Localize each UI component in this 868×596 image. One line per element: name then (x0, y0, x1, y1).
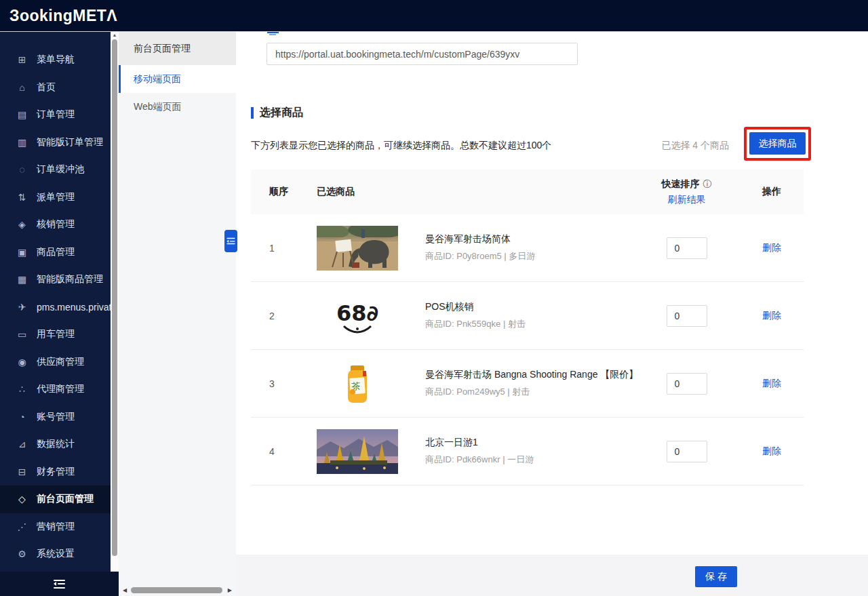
delete-link[interactable]: 删除 (762, 242, 781, 253)
product-meta: 商品ID: Pom249wy5 | 射击 (425, 386, 627, 398)
sidebar-item-menu-nav[interactable]: ⊞菜单导航 (0, 46, 111, 74)
account-icon: ◔ (16, 412, 28, 422)
product-name: 曼谷海军射击场简体 (425, 233, 535, 245)
sidebar-item-marketing-mgmt[interactable]: ⋰营销管理 (0, 513, 111, 541)
selection-description: 下方列表显示您已选择的商品，可继续选择商品。总数不建议超过100个 (251, 140, 551, 152)
product-bag-icon: ▣ (16, 247, 28, 258)
col-header-order: 顺序 (251, 186, 317, 198)
submenu-horizontal-scrollbar[interactable]: ◀ ▶ (120, 586, 235, 595)
main-content: 选择商品 下方列表显示您已选择的商品，可继续选择商品。总数不建议超过100个 已… (236, 32, 868, 596)
home-icon: ⌂ (16, 82, 28, 93)
submenu-item-mobile-page[interactable]: 移动端页面 (119, 65, 236, 93)
stats-chart-icon: ⊿ (16, 439, 28, 450)
sidebar-scrollbar-thumb[interactable] (112, 39, 117, 556)
row-order: 4 (251, 446, 317, 457)
sidebar-item-label: 系统设置 (37, 548, 75, 560)
product-image-thai-temple (317, 429, 398, 474)
sidebar-item-label: 账号管理 (37, 411, 75, 423)
select-products-button[interactable]: 选择商品 (749, 132, 806, 155)
section-title-bar (251, 107, 254, 119)
buffer-pool-icon: ◌ (16, 164, 28, 175)
product-meta: 商品ID: P0y8roem5 | 多日游 (425, 250, 535, 262)
car-icon: ▭ (16, 329, 28, 340)
sidebar-item-label: 订单缓冲池 (37, 163, 84, 176)
info-icon[interactable]: ⓘ (703, 178, 712, 191)
sidebar-item-private-tour[interactable]: ✈pms.menus.private-t (0, 294, 111, 321)
frontend-page-icon: ◇ (16, 494, 28, 504)
product-image-686-logo: 68∂ (317, 294, 398, 338)
sidebar-scrollbar[interactable]: ▲ (111, 32, 119, 572)
sidebar-item-label: 数据统计 (37, 438, 75, 450)
sort-order-input[interactable] (667, 441, 707, 462)
sidebar-item-dispatch-mgmt[interactable]: ⇅派单管理 (0, 184, 111, 212)
custom-page-url-input[interactable] (267, 43, 578, 65)
sort-order-input[interactable] (667, 373, 707, 395)
sidebar-item-order-buffer-pool[interactable]: ◌订单缓冲池 (0, 156, 111, 184)
delete-link[interactable]: 删除 (762, 378, 781, 389)
scroll-left-arrow[interactable]: ◀ (123, 587, 127, 593)
finance-icon: ⊟ (16, 466, 28, 477)
sidebar-item-label: 供应商管理 (37, 356, 84, 368)
sidebar-item-account-mgmt[interactable]: ◔账号管理 (0, 403, 111, 431)
sidebar-item-frontend-page-mgmt[interactable]: ◇前台页面管理 (0, 485, 111, 513)
smart-order-doc-icon: ▥ (16, 137, 28, 148)
table-row: 1 (251, 214, 804, 282)
sidebar-item-system-settings[interactable]: ⚙系统设置 (0, 540, 111, 568)
sidebar-item-label: 代理商管理 (37, 383, 84, 395)
sidebar-item-label: 订单管理 (37, 108, 75, 121)
submenu-scrollbar-thumb[interactable] (131, 587, 222, 593)
footer-bar: 保 存 (236, 555, 868, 596)
menu-fold-icon (54, 580, 65, 589)
sort-order-input[interactable] (667, 305, 707, 327)
scroll-right-arrow[interactable]: ▶ (228, 587, 232, 593)
submenu-item-web-page[interactable]: Web端页面 (119, 93, 236, 121)
sidebar-item-verification-mgmt[interactable]: ◈核销管理 (0, 211, 111, 239)
settings-gear-icon: ⚙ (16, 549, 28, 559)
sidebar-item-smart-product-mgmt[interactable]: ▦智能版商品管理 (0, 266, 111, 294)
sidebar-item-label: 前台页面管理 (37, 493, 94, 505)
table-row: 3 茶 曼谷海军射击场 Bang (251, 350, 804, 418)
sidebar-collapse-bar[interactable] (0, 572, 119, 596)
secondary-sidebar: 前台页面管理 移动端页面 Web端页面 ◀ ▶ (119, 32, 236, 596)
sort-order-input[interactable] (667, 237, 707, 259)
save-button[interactable]: 保 存 (695, 566, 737, 587)
col-header-sort-label: 快速排序 (662, 178, 700, 191)
sidebar-item-home[interactable]: ⌂首页 (0, 74, 111, 102)
product-meta: 商品ID: Pdk66wnkr | 一日游 (425, 454, 534, 466)
dispatch-icon: ⇅ (16, 192, 28, 203)
refresh-results-link[interactable]: 刷新结果 (668, 194, 706, 206)
sidebar-item-label: 菜单导航 (37, 54, 75, 66)
sidebar-menu: ⊞菜单导航 ⌂首页 ▤订单管理 ▥智能版订单管理 ◌订单缓冲池 ⇅派单管理 ◈核… (0, 32, 111, 568)
sidebar-item-label: 派单管理 (37, 191, 75, 203)
delete-link[interactable]: 删除 (762, 445, 781, 456)
sidebar-item-finance-mgmt[interactable]: ⊟财务管理 (0, 458, 111, 486)
row-order: 3 (251, 378, 317, 389)
selected-count-text: 已选择 4 个商品 (661, 140, 729, 152)
sidebar-item-label: 首页 (37, 81, 56, 94)
sidebar-item-label: 智能版订单管理 (37, 136, 103, 148)
grid-icon: ⊞ (16, 54, 28, 65)
order-doc-icon: ▤ (16, 109, 28, 120)
sidebar-item-label: 商品管理 (37, 246, 75, 258)
smart-product-bag-icon: ▦ (16, 274, 28, 285)
sidebar-item-label: 用车管理 (37, 328, 75, 340)
sidebar-item-supplier-mgmt[interactable]: ◉供应商管理 (0, 349, 111, 376)
sidebar-item-smart-order-mgmt[interactable]: ▥智能版订单管理 (0, 129, 111, 157)
col-header-action: 操作 (746, 186, 804, 198)
scroll-up-arrow[interactable]: ▲ (111, 33, 119, 37)
sidebar-item-agent-mgmt[interactable]: ∴代理商管理 (0, 376, 111, 403)
table-row: 2 68∂ POS机核销 商品ID: Pnk559qke | 射击 (251, 282, 804, 350)
sidebar-item-data-stats[interactable]: ⊿数据统计 (0, 431, 111, 458)
sidebar-item-vehicle-mgmt[interactable]: ▭用车管理 (0, 321, 111, 349)
submenu-title: 前台页面管理 (119, 32, 236, 65)
sidebar-item-label: 财务管理 (37, 466, 75, 478)
private-tour-icon: ✈ (16, 302, 28, 313)
panel-collapse-tab[interactable] (224, 230, 237, 252)
page: ЗookingМЕТΛ ⊞菜单导航 ⌂首页 ▤订单管理 ▥智能版订单管理 ◌订单… (0, 0, 868, 596)
product-name: POS机核销 (425, 301, 526, 313)
sidebar-item-product-mgmt[interactable]: ▣商品管理 (0, 239, 111, 266)
product-name: 曼谷海军射击场 Bangna Shooting Range 【限价】 (425, 369, 627, 381)
sidebar-item-label: pms.menus.private-t (37, 302, 111, 313)
sidebar-item-order-mgmt[interactable]: ▤订单管理 (0, 101, 111, 129)
delete-link[interactable]: 删除 (762, 310, 781, 321)
